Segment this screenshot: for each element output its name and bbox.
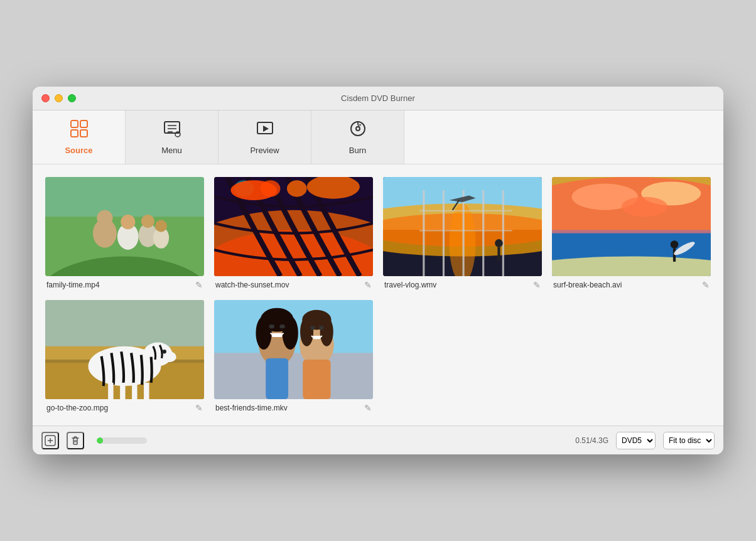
svg-rect-29 xyxy=(287,180,307,196)
video-thumb-4 xyxy=(552,177,711,276)
svg-rect-71 xyxy=(214,353,373,399)
video-thumb-1 xyxy=(45,177,204,276)
tab-preview[interactable]: Preview xyxy=(219,110,311,164)
edit-icon-3[interactable]: ✎ xyxy=(533,280,541,290)
svg-rect-43 xyxy=(419,230,512,231)
toolbar: Source Menu Previ xyxy=(33,110,723,164)
delete-button[interactable] xyxy=(67,432,84,449)
svg-rect-37 xyxy=(423,190,424,276)
tab-preview-label: Preview xyxy=(250,146,279,155)
close-button[interactable] xyxy=(41,94,50,102)
app-window: Cisdem DVD Burner Source xyxy=(33,87,723,454)
progress-bar-container xyxy=(97,437,147,444)
maximize-button[interactable] xyxy=(68,94,76,102)
svg-rect-40 xyxy=(482,190,484,276)
svg-point-76 xyxy=(283,316,298,350)
minimize-button[interactable] xyxy=(55,94,63,102)
titlebar: Cisdem DVD Burner xyxy=(33,87,723,110)
add-button[interactable] xyxy=(41,432,59,449)
svg-point-19 xyxy=(121,215,135,229)
svg-rect-1 xyxy=(80,121,87,127)
video-thumb-3 xyxy=(383,177,542,276)
svg-rect-66 xyxy=(108,383,113,399)
tab-menu[interactable]: Menu xyxy=(126,110,219,164)
svg-rect-56 xyxy=(673,249,676,262)
tab-menu-label: Menu xyxy=(161,146,182,155)
window-title: Cisdem DVD Burner xyxy=(341,94,415,103)
svg-rect-3 xyxy=(80,130,87,137)
toolbar-spacer xyxy=(404,110,723,164)
svg-point-55 xyxy=(671,240,679,249)
tab-burn[interactable]: Burn xyxy=(311,110,404,164)
video-info-3: travel-vlog.wmv ✎ xyxy=(383,276,542,290)
video-item-4[interactable]: surf-break-beach.avi ✎ xyxy=(552,177,711,290)
svg-rect-67 xyxy=(120,383,125,399)
svg-rect-0 xyxy=(71,121,78,127)
video-thumb-2 xyxy=(214,177,373,276)
burn-icon xyxy=(348,119,367,142)
svg-point-83 xyxy=(300,317,313,346)
svg-rect-39 xyxy=(463,190,465,276)
svg-rect-2 xyxy=(71,130,78,137)
svg-point-78 xyxy=(269,324,274,328)
svg-rect-41 xyxy=(502,190,504,276)
video-info-2: watch-the-sunset.mov ✎ xyxy=(214,276,373,290)
fit-option-select[interactable]: Fit to disc Do not fit xyxy=(663,432,715,449)
tab-burn-label: Burn xyxy=(349,146,366,155)
svg-point-86 xyxy=(310,326,315,329)
video-thumb-5 xyxy=(45,300,204,399)
svg-rect-45 xyxy=(497,247,500,260)
svg-point-53 xyxy=(622,197,668,217)
svg-rect-68 xyxy=(132,383,137,399)
storage-info: 0.51/4.3G xyxy=(575,436,608,445)
svg-point-44 xyxy=(495,239,503,247)
svg-rect-15 xyxy=(45,177,204,217)
svg-point-54 xyxy=(552,256,711,276)
edit-icon-5[interactable]: ✎ xyxy=(195,403,203,413)
disc-type-select[interactable]: DVD5 DVD9 xyxy=(616,432,656,449)
svg-point-21 xyxy=(141,215,154,228)
video-filename-4: surf-break-beach.avi xyxy=(553,281,622,289)
video-filename-2: watch-the-sunset.mov xyxy=(215,281,289,289)
content-area: family-time.mp4 ✎ xyxy=(33,164,723,426)
statusbar: 0.51/4.3G DVD5 DVD9 Fit to disc Do not f… xyxy=(33,426,723,454)
svg-point-87 xyxy=(319,326,323,329)
edit-icon-4[interactable]: ✎ xyxy=(702,280,710,290)
traffic-lights xyxy=(41,94,76,102)
video-info-1: family-time.mp4 ✎ xyxy=(45,276,204,290)
svg-point-84 xyxy=(320,317,333,346)
svg-rect-85 xyxy=(313,336,321,339)
svg-rect-88 xyxy=(266,358,288,399)
video-item-3[interactable]: travel-vlog.wmv ✎ xyxy=(383,177,542,290)
svg-point-23 xyxy=(155,220,167,232)
svg-point-79 xyxy=(279,324,284,328)
video-grid: family-time.mp4 ✎ xyxy=(45,177,711,413)
svg-point-30 xyxy=(230,180,277,200)
video-info-4: surf-break-beach.avi ✎ xyxy=(552,276,711,290)
preview-icon xyxy=(256,119,274,142)
svg-rect-77 xyxy=(272,333,283,337)
video-filename-6: best-friends-time.mkv xyxy=(215,404,288,412)
svg-rect-69 xyxy=(144,383,149,399)
svg-rect-42 xyxy=(419,210,512,212)
video-info-5: go-to-the-zoo.mpg ✎ xyxy=(45,399,204,413)
video-item-1[interactable]: family-time.mp4 ✎ xyxy=(45,177,204,290)
video-item-5[interactable]: go-to-the-zoo.mpg ✎ xyxy=(45,300,204,413)
edit-icon-2[interactable]: ✎ xyxy=(364,280,372,290)
tab-source[interactable]: Source xyxy=(33,110,126,164)
source-icon xyxy=(70,119,89,142)
video-item-6[interactable]: best-friends-time.mkv ✎ xyxy=(214,300,373,413)
video-filename-3: travel-vlog.wmv xyxy=(384,281,436,289)
edit-icon-1[interactable]: ✎ xyxy=(195,280,203,290)
video-filename-1: family-time.mp4 xyxy=(46,281,100,289)
menu-icon xyxy=(163,119,181,142)
progress-bar-fill xyxy=(97,437,103,444)
svg-point-12 xyxy=(356,127,360,131)
video-thumb-6 xyxy=(214,300,373,399)
video-item-2[interactable]: watch-the-sunset.mov ✎ xyxy=(214,177,373,290)
svg-point-17 xyxy=(97,210,112,226)
video-info-6: best-friends-time.mkv ✎ xyxy=(214,399,373,413)
svg-marker-10 xyxy=(263,126,269,132)
edit-icon-6[interactable]: ✎ xyxy=(364,403,372,413)
svg-rect-38 xyxy=(443,190,445,276)
